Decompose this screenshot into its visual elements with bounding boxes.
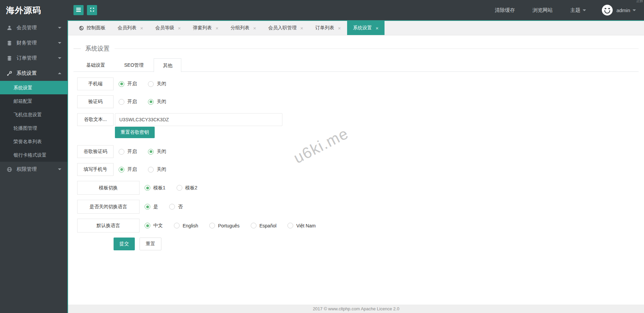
radio-google-captcha-off[interactable]: 关闭	[148, 149, 166, 155]
theme-dropdown[interactable]: 主题	[570, 7, 586, 13]
radio-mobile-on[interactable]: 开启	[119, 81, 137, 87]
radio-icon	[148, 81, 154, 87]
submenu-item-carousel[interactable]: 轮播图管理	[0, 121, 67, 135]
sidebar-item-system-settings[interactable]: 系统设置	[0, 66, 67, 81]
reset-google-key-button[interactable]: 重置谷歌密钥	[115, 127, 155, 138]
tab-seo[interactable]: SEO管理	[115, 58, 152, 72]
sidebar-item-finance[interactable]: 财务管理	[0, 35, 67, 51]
tab-member-list[interactable]: 会员列表 ×	[112, 21, 149, 35]
submit-button[interactable]: 提交	[114, 238, 135, 250]
sidebar-item-label: 权限管理	[17, 166, 37, 173]
radio-phone-off[interactable]: 关闭	[148, 166, 166, 173]
sidebar-item-label: 系统设置	[17, 70, 37, 76]
tab-member-entry[interactable]: 会员入职管理 ×	[262, 21, 309, 35]
radio-icon	[251, 223, 256, 228]
radio-phone-on[interactable]: 开启	[119, 166, 137, 173]
radio-lang-chinese[interactable]: 中文	[145, 223, 163, 229]
google-key-input[interactable]	[115, 113, 282, 126]
radio-template-1[interactable]: 模板1	[145, 185, 165, 191]
system-settings-submenu: 系统设置 邮箱配置 飞机信息设置 轮播图管理 荣誉名单列表 银行卡格式设置	[0, 81, 67, 162]
radio-icon	[145, 185, 150, 191]
close-icon[interactable]: ×	[140, 25, 143, 31]
sidebar-item-permissions[interactable]: 权限管理	[0, 162, 67, 177]
close-icon[interactable]: ×	[216, 25, 219, 31]
radio-template-2[interactable]: 模板2	[177, 185, 197, 191]
tab-system-settings[interactable]: 系统设置 ×	[347, 21, 385, 35]
chevron-down-icon	[58, 27, 61, 29]
submenu-item-bankcard-format[interactable]: 银行卡格式设置	[0, 148, 67, 162]
tab-label: 分组列表	[231, 25, 249, 31]
reset-button[interactable]: 重置	[140, 238, 161, 250]
settings-form: 手机端 开启 关闭 验证码	[77, 77, 639, 250]
radio-lang-english[interactable]: English	[174, 223, 198, 228]
radio-group-default-language: 中文 English Português Español	[145, 223, 327, 229]
page-content: 系统设置 基础设置 SEO管理 其他 手机端 开启	[68, 35, 644, 305]
tab-group-list[interactable]: 分组列表 ×	[224, 21, 262, 35]
radio-icon	[119, 81, 124, 87]
tab-label: 会员入职管理	[268, 25, 297, 31]
radio-lang-switch-yes[interactable]: 是	[145, 204, 158, 210]
sidebar-item-label: 财务管理	[17, 40, 37, 46]
tab-dashboard[interactable]: 控制面板	[73, 21, 112, 35]
radio-google-captcha-on[interactable]: 开启	[119, 149, 137, 155]
radio-captcha-on[interactable]: 开启	[119, 99, 137, 105]
admin-app: 海外源码 清除缓存 浏览网站 主题	[0, 0, 644, 313]
clear-cache-link[interactable]: 清除缓存	[495, 7, 515, 13]
chevron-down-icon	[633, 9, 636, 11]
submenu-item-telegram-info[interactable]: 飞机信息设置	[0, 108, 67, 121]
radio-label: 关闭	[157, 81, 166, 87]
tab-other[interactable]: 其他	[154, 58, 181, 72]
submenu-item-email-config[interactable]: 邮箱配置	[0, 94, 67, 108]
radio-label: 模板1	[153, 185, 165, 191]
tab-order-list[interactable]: 订单列表 ×	[309, 21, 347, 35]
radio-lang-vietnamese[interactable]: Việt Nam	[287, 223, 315, 228]
tab-basic-settings[interactable]: 基础设置	[78, 58, 114, 72]
close-icon[interactable]: ×	[338, 25, 341, 31]
browse-site-link[interactable]: 浏览网站	[532, 7, 553, 13]
close-icon[interactable]: ×	[178, 25, 181, 31]
radio-mobile-off[interactable]: 关闭	[148, 81, 166, 87]
tab-label: 弹窗列表	[193, 25, 212, 31]
expand-icon	[90, 7, 95, 13]
form-row-template: 模板切换 模板1 模板2	[77, 181, 639, 195]
form-row-disable-lang-switch: 是否关闭切换语言 是 否	[77, 200, 639, 214]
avatar[interactable]	[602, 4, 613, 16]
form-row-default-language: 默认换语言 中文 English Português	[77, 219, 639, 232]
radio-icon	[209, 223, 215, 228]
main-panel: 控制面板 会员列表 × 会员等级 × 弹窗列表 × 分组列表 × 会员入职管理 …	[67, 20, 644, 313]
user-menu[interactable]: admin	[616, 7, 636, 13]
topbar-actions: 清除缓存 浏览网站 主题 admin	[477, 4, 644, 16]
tab-member-level[interactable]: 会员等级 ×	[149, 21, 187, 35]
field-label: 谷歌验证码	[77, 145, 114, 158]
radio-captcha-off[interactable]: 关闭	[148, 99, 166, 105]
close-icon[interactable]: ×	[376, 25, 379, 31]
radio-lang-switch-no[interactable]: 否	[169, 204, 183, 210]
field-label: 模板切换	[77, 181, 140, 195]
field-label: 谷歌文本...	[77, 113, 114, 126]
sidebar-toggle-button[interactable]	[73, 5, 84, 15]
submenu-item-honor-list[interactable]: 荣誉名单列表	[0, 135, 67, 148]
chevron-down-icon	[583, 9, 586, 11]
sidebar-item-orders[interactable]: 订单管理	[0, 51, 67, 66]
radio-label: Việt Nam	[296, 223, 315, 228]
radio-group-google-captcha: 开启 关闭	[119, 149, 177, 155]
tab-popup-list[interactable]: 弹窗列表 ×	[187, 21, 225, 35]
database-icon	[7, 56, 13, 61]
radio-icon	[148, 167, 154, 173]
tab-label: 系统设置	[353, 25, 372, 31]
title-divider	[115, 49, 639, 49]
title-divider	[73, 49, 81, 49]
submenu-item-system-settings[interactable]: 系统设置	[0, 81, 67, 94]
fullscreen-button[interactable]	[87, 5, 97, 15]
wrench-icon	[7, 71, 13, 76]
tab-label: 会员等级	[155, 25, 174, 31]
radio-lang-portuguese[interactable]: Português	[209, 223, 240, 228]
radio-lang-spanish[interactable]: Español	[251, 223, 277, 228]
settings-subtabs: 基础设置 SEO管理 其他	[73, 58, 639, 72]
sidebar-item-members[interactable]: 会员管理	[0, 20, 67, 35]
radio-label: 中文	[153, 223, 163, 229]
radio-label: 开启	[127, 99, 137, 105]
close-icon[interactable]: ×	[253, 25, 256, 31]
topbar: 海外源码 清除缓存 浏览网站 主题	[0, 0, 644, 20]
close-icon[interactable]: ×	[300, 25, 303, 31]
